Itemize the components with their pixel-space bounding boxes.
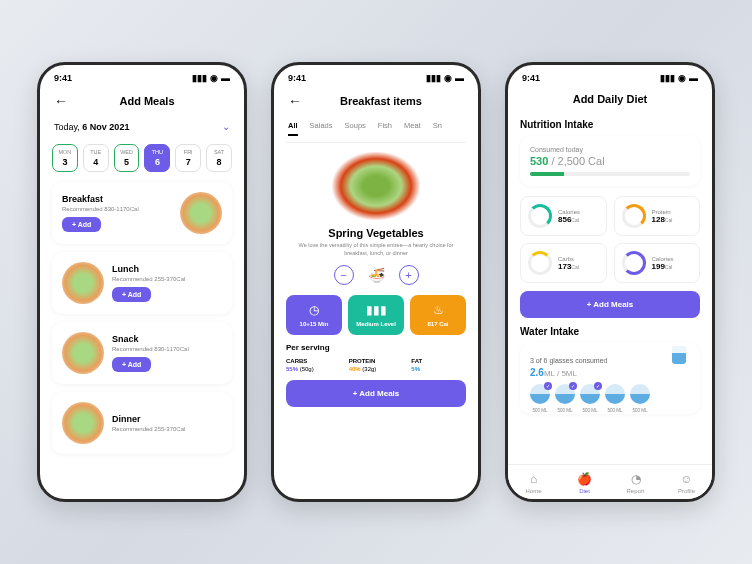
dish-name: Spring Vegetables bbox=[286, 227, 466, 239]
clock-icon: ◷ bbox=[290, 303, 338, 317]
tab-salads[interactable]: Salads bbox=[310, 121, 333, 136]
cal-day-mon[interactable]: MON3 bbox=[52, 144, 78, 172]
meal-dinner[interactable]: Dinner Recommended 255-370Cal bbox=[52, 392, 232, 454]
diet-icon: 🍎 bbox=[559, 472, 610, 486]
status-icons: ▮▮▮◉▬ bbox=[660, 73, 698, 83]
header: ← Add Meals bbox=[40, 87, 244, 115]
signal-icon: ▮▮▮ bbox=[192, 73, 207, 83]
meal-name: Lunch bbox=[112, 264, 222, 274]
battery-icon: ▬ bbox=[689, 73, 698, 83]
status-icons: ▮▮▮ ◉ ▬ bbox=[192, 73, 230, 83]
meal-image bbox=[180, 192, 222, 234]
serving-row: CARBS55% (50g) Protein40% (32g) Fat5% bbox=[286, 358, 466, 372]
plus-button[interactable]: + bbox=[399, 265, 419, 285]
macro-grid: Calories856Cal Protein128Cal Carbs173Cal… bbox=[520, 196, 700, 283]
tab-snacks[interactable]: Sn bbox=[433, 121, 442, 136]
ring-icon bbox=[528, 251, 552, 275]
check-icon: ✓ bbox=[569, 382, 577, 390]
water-text: 3 of 6 glasses consumed bbox=[530, 357, 690, 364]
tab-all[interactable]: All bbox=[288, 121, 298, 136]
page-title: Add Daily Diet bbox=[536, 93, 684, 105]
water-title: Water Intake bbox=[520, 326, 700, 337]
report-icon: ◔ bbox=[610, 472, 661, 486]
minus-button[interactable]: − bbox=[334, 265, 354, 285]
water-glass[interactable]: ✓500 ML bbox=[580, 384, 600, 404]
wifi-icon: ◉ bbox=[444, 73, 452, 83]
add-button[interactable]: + Add bbox=[62, 217, 101, 232]
add-meals-button[interactable]: + Add Meals bbox=[520, 291, 700, 318]
check-icon: ✓ bbox=[594, 382, 602, 390]
cal-day-tue[interactable]: TUE4 bbox=[83, 144, 109, 172]
serving-protein: Protein40% (32g) bbox=[349, 358, 404, 372]
serving-carbs: CARBS55% (50g) bbox=[286, 358, 341, 372]
check-icon: ✓ bbox=[544, 382, 552, 390]
meal-image bbox=[62, 332, 104, 374]
phone-daily-diet: 9:41 ▮▮▮◉▬ Add Daily Diet Nutrition Inta… bbox=[505, 62, 715, 502]
header: ← Breakfast items bbox=[274, 87, 478, 115]
page-title: Add Meals bbox=[78, 95, 216, 107]
stat-time: ◷10+15 Min bbox=[286, 295, 342, 335]
header: Add Daily Diet bbox=[508, 87, 712, 111]
nav-profile[interactable]: ☺Profile bbox=[661, 472, 712, 494]
nav-home[interactable]: ⌂Home bbox=[508, 472, 559, 494]
meal-name: Snack bbox=[112, 334, 222, 344]
water-glass[interactable]: 500 ML bbox=[605, 384, 625, 404]
meal-snack[interactable]: Snack Recommended 830-1170Cal + Add bbox=[52, 322, 232, 384]
ring-icon bbox=[528, 204, 552, 228]
status-time: 9:41 bbox=[522, 73, 540, 83]
status-time: 9:41 bbox=[288, 73, 306, 83]
tab-bar: ⌂Home 🍎Diet ◔Report ☺Profile bbox=[508, 464, 712, 499]
cal-day-thu[interactable]: THU6 bbox=[144, 144, 170, 172]
water-glass[interactable]: ✓500 ML bbox=[555, 384, 575, 404]
back-button[interactable]: ← bbox=[288, 93, 302, 109]
status-bar: 9:41 ▮▮▮◉▬ bbox=[508, 65, 712, 87]
meal-lunch[interactable]: Lunch Recommended 255-370Cal + Add bbox=[52, 252, 232, 314]
progress-bar bbox=[530, 172, 690, 176]
consumed-value: 530 / 2,500 Cal bbox=[530, 155, 690, 167]
stat-calories: ♨817 Cal bbox=[410, 295, 466, 335]
signal-icon: ▮▮▮ bbox=[660, 73, 675, 83]
add-button[interactable]: + Add bbox=[112, 287, 151, 302]
phone-breakfast-items: 9:41 ▮▮▮◉▬ ← Breakfast items All Salads … bbox=[271, 62, 481, 502]
meal-image bbox=[62, 262, 104, 304]
meal-rec: Recommended 255-370Cal bbox=[112, 276, 222, 282]
water-glasses: ✓500 ML ✓500 ML ✓500 ML 500 ML 500 ML bbox=[530, 384, 690, 404]
tab-fish[interactable]: Fish bbox=[378, 121, 392, 136]
ring-carbs: Carbs173Cal bbox=[520, 243, 607, 283]
battery-icon: ▬ bbox=[455, 73, 464, 83]
nav-report[interactable]: ◔Report bbox=[610, 472, 661, 494]
status-bar: 9:41 ▮▮▮ ◉ ▬ bbox=[40, 65, 244, 87]
home-icon: ⌂ bbox=[508, 472, 559, 486]
bars-icon: ▮▮▮ bbox=[352, 303, 400, 317]
battery-icon: ▬ bbox=[221, 73, 230, 83]
add-meals-button[interactable]: + Add Meals bbox=[286, 380, 466, 407]
cal-day-wed[interactable]: WED5 bbox=[114, 144, 140, 172]
tab-meat[interactable]: Meat bbox=[404, 121, 421, 136]
cal-day-sat[interactable]: SAT8 bbox=[206, 144, 232, 172]
add-button[interactable]: + Add bbox=[112, 357, 151, 372]
back-button[interactable]: ← bbox=[54, 93, 68, 109]
date-selector[interactable]: Today, 6 Nov 2021 ⌄ bbox=[52, 115, 232, 138]
profile-icon: ☺ bbox=[661, 472, 712, 486]
water-glass[interactable]: 500 ML bbox=[630, 384, 650, 404]
meal-rec: Recommended 255-370Cal bbox=[112, 426, 222, 432]
per-serving-title: Per serving bbox=[286, 343, 466, 352]
wifi-icon: ◉ bbox=[210, 73, 218, 83]
consumed-label: Consumed today bbox=[530, 146, 690, 153]
nav-diet[interactable]: 🍎Diet bbox=[559, 472, 610, 494]
chevron-down-icon[interactable]: ⌄ bbox=[222, 121, 230, 132]
flame-icon: ♨ bbox=[414, 303, 462, 317]
ring-calories: Calories856Cal bbox=[520, 196, 607, 236]
consumed-card: Consumed today 530 / 2,500 Cal bbox=[520, 136, 700, 186]
ring-protein: Protein128Cal bbox=[614, 196, 701, 236]
ring-icon bbox=[622, 204, 646, 228]
calendar-strip: MON3 TUE4 WED5 THU6 FRI7 SAT8 bbox=[52, 144, 232, 172]
water-glass[interactable]: ✓500 ML bbox=[530, 384, 550, 404]
meal-breakfast[interactable]: Breakfast Recommended 830-1170Cal + Add bbox=[52, 182, 232, 244]
stat-level: ▮▮▮Medium Level bbox=[348, 295, 404, 335]
status-bar: 9:41 ▮▮▮◉▬ bbox=[274, 65, 478, 87]
dish-description: We love the versatility of this simple e… bbox=[296, 242, 456, 257]
cal-day-fri[interactable]: FRI7 bbox=[175, 144, 201, 172]
phone-add-meals: 9:41 ▮▮▮ ◉ ▬ ← Add Meals Today, 6 Nov 20… bbox=[37, 62, 247, 502]
tab-soups[interactable]: Soups bbox=[345, 121, 366, 136]
